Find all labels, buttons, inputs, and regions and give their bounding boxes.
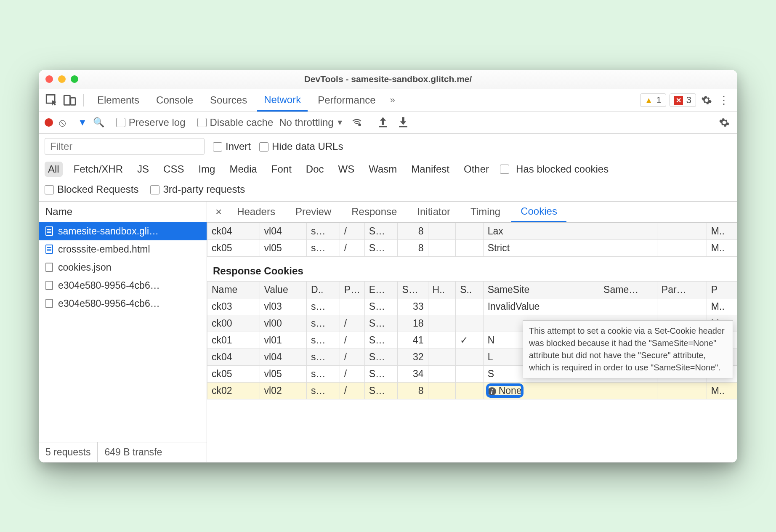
- request-list-pane: Name samesite-sandbox.gli… crosssite-emb…: [39, 202, 207, 462]
- request-list-footer: 5 requests 649 B transfe: [39, 442, 207, 462]
- svg-point-2: [358, 123, 361, 126]
- svg-rect-1: [71, 98, 75, 105]
- transfer-size: 649 B transfe: [97, 442, 169, 462]
- has-blocked-cookies-checkbox[interactable]: Has blocked cookies: [500, 163, 609, 175]
- table-row[interactable]: ck02vl02s…/S…8 iNone M..: [207, 382, 737, 399]
- settings-icon[interactable]: [699, 93, 714, 107]
- import-har-icon[interactable]: [376, 115, 390, 130]
- type-other[interactable]: Other: [460, 162, 492, 177]
- clear-button[interactable]: ⦸: [59, 116, 66, 129]
- detail-tabs: × Headers Preview Response Initiator Tim…: [207, 202, 737, 223]
- panel-tabbar: Elements Console Sources Network Perform…: [39, 89, 737, 112]
- svg-rect-3: [379, 126, 387, 128]
- request-list: samesite-sandbox.gli… crosssite-embed.ht…: [39, 222, 207, 442]
- blocked-row: Blocked Requests 3rd-party requests: [39, 181, 737, 202]
- dtab-preview[interactable]: Preview: [286, 202, 340, 222]
- export-har-icon[interactable]: [396, 115, 410, 130]
- samesite-tooltip: This attempt to set a cookie via a Set-C…: [523, 320, 733, 378]
- dtab-initiator[interactable]: Initiator: [408, 202, 460, 222]
- request-item[interactable]: crosssite-embed.html: [39, 240, 207, 258]
- preserve-log-checkbox[interactable]: Preserve log: [116, 117, 186, 128]
- request-item[interactable]: cookies.json: [39, 258, 207, 277]
- cookies-panel: ck04vl04s…/S…8LaxM.. ck05vl05s…/S…8Stric…: [207, 223, 737, 462]
- network-settings-icon[interactable]: [717, 115, 731, 130]
- window-title: DevTools - samesite-sandbox.glitch.me/: [39, 74, 737, 84]
- error-count: 3: [686, 95, 691, 106]
- type-img[interactable]: Img: [195, 162, 218, 177]
- tab-performance[interactable]: Performance: [311, 89, 382, 112]
- table-header-row: NameValueD..P…E…S…H..S..SameSiteSame…Par…: [207, 281, 737, 298]
- svg-rect-4: [399, 126, 407, 128]
- network-controls: ⦸ ▼ 🔍 Preserve log Disable cache No thro…: [39, 112, 737, 134]
- more-tabs-chevron[interactable]: »: [386, 95, 399, 106]
- dtab-timing[interactable]: Timing: [461, 202, 510, 222]
- hide-data-urls-checkbox[interactable]: Hide data URLs: [259, 141, 343, 152]
- warning-icon: ▲: [645, 96, 653, 105]
- type-css[interactable]: CSS: [160, 162, 187, 177]
- device-toolbar-icon[interactable]: [62, 93, 77, 107]
- table-row[interactable]: ck03vl03s…S…33InvalidValueM..: [207, 298, 737, 315]
- request-cookies-table: ck04vl04s…/S…8LaxM.. ck05vl05s…/S…8Stric…: [207, 223, 737, 257]
- type-font[interactable]: Font: [268, 162, 295, 177]
- devtools-window: DevTools - samesite-sandbox.glitch.me/ E…: [39, 70, 737, 463]
- window-titlebar: DevTools - samesite-sandbox.glitch.me/: [39, 70, 737, 89]
- tab-elements[interactable]: Elements: [90, 89, 146, 112]
- filter-input[interactable]: [45, 138, 205, 155]
- type-wasm[interactable]: Wasm: [365, 162, 400, 177]
- main-split: Name samesite-sandbox.gli… crosssite-emb…: [39, 202, 737, 463]
- request-count: 5 requests: [39, 442, 97, 462]
- filter-toggle-icon[interactable]: ▼: [78, 117, 87, 128]
- type-filters: All Fetch/XHR JS CSS Img Media Font Doc …: [39, 159, 737, 181]
- type-all[interactable]: All: [45, 162, 63, 177]
- search-icon[interactable]: 🔍: [93, 117, 104, 128]
- request-item[interactable]: e304e580-9956-4cb6…: [39, 277, 207, 295]
- type-js[interactable]: JS: [134, 162, 152, 177]
- filter-row: Invert Hide data URLs: [39, 134, 737, 159]
- throttling-select[interactable]: No throttling▼: [279, 117, 343, 128]
- dtab-headers[interactable]: Headers: [228, 202, 284, 222]
- thirdparty-requests-checkbox[interactable]: 3rd-party requests: [150, 184, 245, 195]
- errors-badge[interactable]: ✕ 3: [670, 93, 696, 107]
- table-row[interactable]: ck05vl05s…/S…8StrictM..: [207, 239, 737, 256]
- tab-console[interactable]: Console: [149, 89, 200, 112]
- response-cookies-heading: Response Cookies: [207, 257, 737, 281]
- type-doc[interactable]: Doc: [303, 162, 327, 177]
- tab-network[interactable]: Network: [257, 89, 308, 112]
- warnings-badge[interactable]: ▲ 1: [640, 93, 666, 107]
- error-icon: ✕: [674, 96, 683, 105]
- close-details-button[interactable]: ×: [211, 205, 226, 218]
- type-media[interactable]: Media: [226, 162, 260, 177]
- warning-count: 1: [656, 95, 662, 106]
- invert-checkbox[interactable]: Invert: [213, 141, 251, 152]
- kebab-menu-icon[interactable]: ⋮: [717, 93, 731, 107]
- blocked-requests-checkbox[interactable]: Blocked Requests: [45, 184, 138, 195]
- dtab-cookies[interactable]: Cookies: [511, 202, 566, 222]
- network-conditions-icon[interactable]: [350, 115, 364, 130]
- request-list-header: Name: [39, 202, 207, 222]
- table-row[interactable]: ck04vl04s…/S…8LaxM..: [207, 223, 737, 239]
- info-icon: i: [488, 387, 496, 396]
- request-item[interactable]: samesite-sandbox.gli…: [39, 222, 207, 240]
- type-ws[interactable]: WS: [335, 162, 358, 177]
- type-manifest[interactable]: Manifest: [408, 162, 453, 177]
- tab-sources[interactable]: Sources: [203, 89, 254, 112]
- detail-pane: × Headers Preview Response Initiator Tim…: [207, 202, 737, 462]
- disable-cache-checkbox[interactable]: Disable cache: [197, 117, 274, 128]
- svg-rect-0: [64, 96, 70, 105]
- request-item[interactable]: e304e580-9956-4cb6…: [39, 295, 207, 313]
- samesite-warning-cell[interactable]: iNone: [483, 382, 599, 399]
- record-button[interactable]: [45, 118, 53, 127]
- inspect-element-icon[interactable]: [45, 93, 59, 107]
- type-fetch[interactable]: Fetch/XHR: [70, 162, 126, 177]
- dtab-response[interactable]: Response: [342, 202, 406, 222]
